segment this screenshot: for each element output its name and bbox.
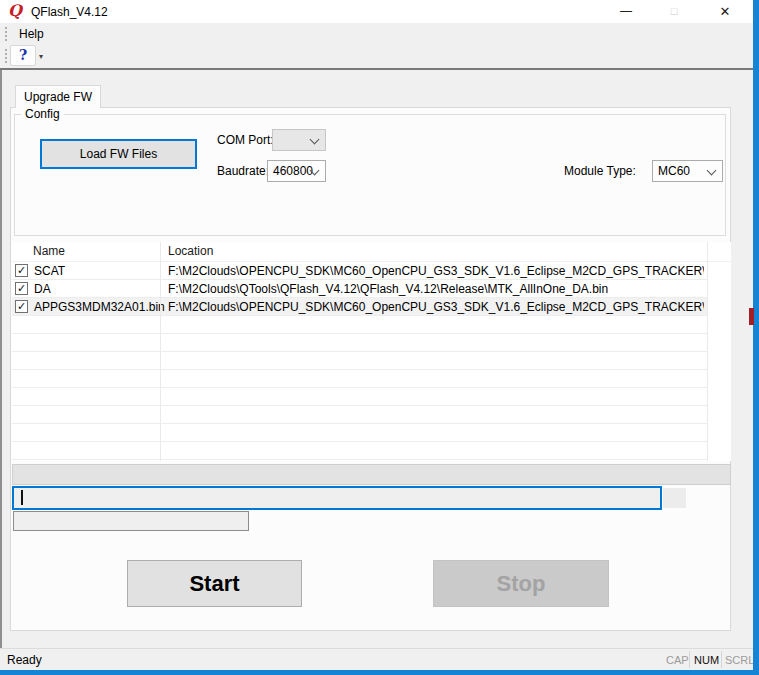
caps-lock-indicator: CAP xyxy=(666,654,689,666)
start-button[interactable]: Start xyxy=(127,560,302,607)
num-lock-indicator: NUM xyxy=(694,654,719,666)
file-name: DA xyxy=(34,282,51,296)
column-header-name[interactable]: Name xyxy=(33,244,65,258)
baudrate-select[interactable]: 460800 xyxy=(267,160,326,182)
file-location: F:\M2Clouds\OPENCPU_SDK\MC60_OpenCPU_GS3… xyxy=(168,300,704,314)
progress-bar-total xyxy=(12,464,731,485)
table-row-empty xyxy=(12,370,708,388)
table-row-empty xyxy=(12,316,708,334)
module-type-label: Module Type: xyxy=(564,164,636,178)
table-row[interactable]: ✓DAF:\M2Clouds\QTools\QFlash_V4.12\QFlas… xyxy=(12,280,708,298)
scroll-lock-indicator: SCRL xyxy=(725,654,754,666)
log-text-input[interactable] xyxy=(12,486,662,510)
chevron-down-icon: ▾ xyxy=(39,52,43,61)
table-row-empty xyxy=(12,388,708,406)
close-button[interactable]: ✕ xyxy=(706,0,744,23)
row-checkbox[interactable]: ✓ xyxy=(15,264,28,277)
menu-bar: Help xyxy=(0,23,759,45)
status-bar: Ready CAP NUM SCRL xyxy=(0,648,759,670)
window-right-border xyxy=(753,0,759,675)
module-type-value: MC60 xyxy=(658,164,690,178)
config-group-label: Config xyxy=(21,107,64,121)
row-checkbox[interactable]: ✓ xyxy=(15,282,28,295)
window-title: QFlash_V4.12 xyxy=(31,5,108,19)
stop-button[interactable]: Stop xyxy=(433,560,609,607)
menu-grip-icon xyxy=(5,27,7,41)
load-fw-files-button[interactable]: Load FW Files xyxy=(40,139,197,169)
window-bottom-border xyxy=(0,670,759,675)
progress-strip xyxy=(663,488,686,508)
file-name: APPGS3MDM32A01.bin xyxy=(34,300,165,314)
file-name: SCAT xyxy=(34,264,65,278)
table-row-empty xyxy=(12,424,708,442)
row-checkbox[interactable]: ✓ xyxy=(15,300,28,313)
title-bar: Q QFlash_V4.12 — □ ✕ xyxy=(0,0,759,23)
text-caret xyxy=(21,490,23,505)
menu-item-help[interactable]: Help xyxy=(14,26,49,42)
maximize-button[interactable]: □ xyxy=(658,0,690,23)
table-header: Name Location xyxy=(12,242,731,262)
toolbar: ? ▾ xyxy=(0,45,759,68)
edge-red-marker xyxy=(749,308,754,325)
status-text: Ready xyxy=(7,653,42,667)
chevron-down-icon xyxy=(707,166,717,176)
table-row-empty xyxy=(12,406,708,424)
minimize-button[interactable]: — xyxy=(610,0,642,23)
file-location: F:\M2Clouds\QTools\QFlash_V4.12\QFlash_V… xyxy=(168,282,608,296)
table-row-empty xyxy=(12,442,708,460)
file-location: F:\M2Clouds\OPENCPU_SDK\MC60_OpenCPU_GS3… xyxy=(168,264,704,278)
baudrate-value: 460800 xyxy=(273,164,313,178)
module-type-select[interactable]: MC60 xyxy=(652,160,723,182)
status-divider xyxy=(689,651,690,668)
table-row[interactable]: ✓APPGS3MDM32A01.binF:\M2Clouds\OPENCPU_S… xyxy=(12,298,708,316)
column-divider xyxy=(707,242,708,461)
help-toolbar-button[interactable]: ? xyxy=(10,45,36,66)
app-logo-icon: Q xyxy=(8,2,22,20)
baudrate-label: Baudrate: xyxy=(217,164,269,178)
toolbar-divider xyxy=(0,68,759,70)
window-left-frame xyxy=(0,70,2,648)
column-divider xyxy=(160,242,161,461)
fw-file-table: Name Location ✓SCATF:\M2Clouds\OPENCPU_S… xyxy=(12,242,731,461)
toolbar-grip-icon xyxy=(5,49,7,63)
toolbar-overflow-button[interactable]: ▾ xyxy=(39,52,43,62)
help-icon: ? xyxy=(19,47,27,63)
tab-upgrade-fw[interactable]: Upgrade FW xyxy=(15,85,101,108)
com-port-label: COM Port: xyxy=(217,133,274,147)
table-row[interactable]: ✓SCATF:\M2Clouds\OPENCPU_SDK\MC60_OpenCP… xyxy=(12,262,708,280)
app-window: Q QFlash_V4.12 — □ ✕ Help ? ▾ Upgrade FW… xyxy=(0,0,759,675)
table-row-empty xyxy=(12,352,708,370)
file-table-rows: ✓SCATF:\M2Clouds\OPENCPU_SDK\MC60_OpenCP… xyxy=(12,262,731,460)
status-divider xyxy=(721,651,722,668)
com-port-select[interactable] xyxy=(272,129,326,151)
progress-bar-secondary xyxy=(13,511,249,531)
table-row-empty xyxy=(12,334,708,352)
chevron-down-icon xyxy=(310,135,320,145)
column-header-location[interactable]: Location xyxy=(168,244,213,258)
